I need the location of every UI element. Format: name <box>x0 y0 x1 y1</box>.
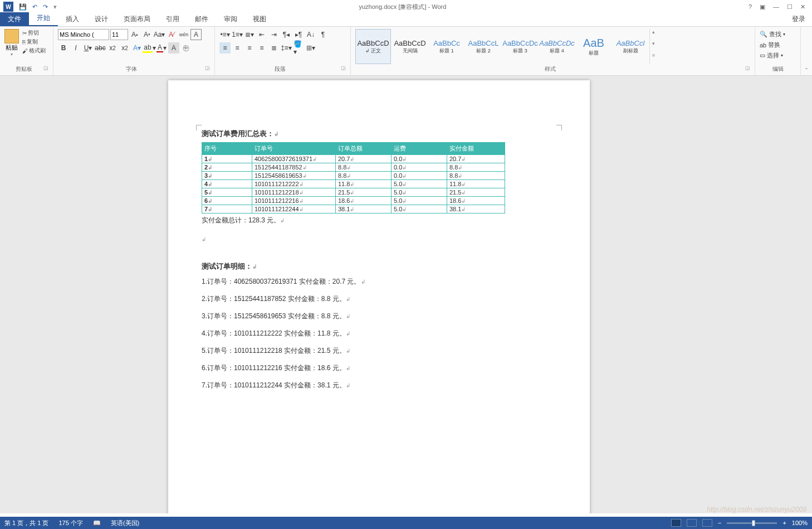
char-border-button[interactable]: A <box>190 29 202 40</box>
justify-button[interactable]: ≡ <box>256 42 267 54</box>
margin-mark <box>196 125 202 130</box>
strikethrough-button[interactable]: abc <box>95 42 106 54</box>
document-workspace[interactable]: 测试订单费用汇总表：↲ 序号 订单号 订单总额 运费 实付金额 1↲406258… <box>0 76 812 513</box>
tab-mailings[interactable]: 邮件 <box>187 12 216 26</box>
tab-design[interactable]: 设计 <box>87 12 116 26</box>
tab-layout[interactable]: 页面布局 <box>116 12 158 26</box>
sort-button[interactable]: A↓ <box>305 29 316 40</box>
rtl-button[interactable]: ▸¶ <box>293 29 304 40</box>
shrink-font-button[interactable]: A▾ <box>141 29 153 40</box>
table-row: 3↲15125458619653↲8.8↲0.0↲8.8↲ <box>202 172 505 180</box>
phonetic-button[interactable]: wén <box>178 29 189 40</box>
find-button[interactable]: 🔍查找▾ <box>760 29 796 40</box>
help-icon[interactable]: ? <box>749 3 752 11</box>
word-count[interactable]: 175 个字 <box>58 519 82 527</box>
style-item[interactable]: AaBbCcL标题 2 <box>466 29 501 64</box>
line-spacing-button[interactable]: ‡≡▾ <box>281 42 292 54</box>
spellcheck-icon[interactable]: 📖 <box>93 520 101 527</box>
window-controls: ? ▣ — ☐ ✕ <box>749 3 812 11</box>
zoom-level[interactable]: 100% <box>792 520 808 526</box>
style-item[interactable]: AaBbCcDc标题 3 <box>502 29 538 64</box>
borders-button[interactable]: ⊞▾ <box>305 42 316 54</box>
enclose-char-button[interactable]: ㊥ <box>180 42 192 54</box>
align-right-button[interactable]: ≡ <box>244 42 255 54</box>
dialog-launcher-icon[interactable]: ◲ <box>745 65 750 71</box>
paste-button[interactable]: 粘贴 ▾ <box>4 29 19 64</box>
distributed-button[interactable]: ≣ <box>268 42 280 54</box>
dialog-launcher-icon[interactable]: ◲ <box>205 65 210 71</box>
gallery-up-icon[interactable]: ▴ <box>650 29 657 41</box>
underline-button[interactable]: U▾ <box>82 42 94 54</box>
zoom-slider[interactable] <box>727 522 777 524</box>
italic-button[interactable]: I <box>70 42 81 54</box>
web-layout-view[interactable] <box>702 519 712 527</box>
table-row: 2↲15125441187852↲8.8↲0.0↲8.8↲ <box>202 163 505 172</box>
zoom-in-button[interactable]: + <box>782 520 786 526</box>
style-item[interactable]: AaBbCc标题 1 <box>429 29 464 64</box>
style-item[interactable]: AaB标题 <box>576 29 612 64</box>
print-layout-view[interactable] <box>671 519 681 527</box>
font-size-select[interactable] <box>110 29 128 40</box>
bullets-button[interactable]: •≡▾ <box>219 29 231 40</box>
tab-references[interactable]: 引用 <box>158 12 187 26</box>
decrease-indent-button[interactable]: ⇤ <box>256 29 267 40</box>
detail-line: 3.订单号：15125458619653 实付金额：8.8 元。↲ <box>202 312 556 321</box>
grow-font-button[interactable]: A▴ <box>129 29 140 40</box>
gallery-more-icon[interactable]: ≡ <box>650 52 657 64</box>
text-effects-button[interactable]: A▾ <box>131 42 143 54</box>
show-marks-button[interactable]: ¶ <box>317 29 329 40</box>
paste-icon <box>4 29 19 43</box>
copy-button[interactable]: ⎘复制 <box>22 38 46 46</box>
increase-indent-button[interactable]: ⇥ <box>268 29 280 40</box>
search-icon: 🔍 <box>760 31 767 38</box>
margin-mark <box>556 125 562 130</box>
save-icon[interactable]: 💾 <box>19 3 27 11</box>
highlight-button[interactable]: ab▾ <box>144 42 155 54</box>
subscript-button[interactable]: x2 <box>107 42 118 54</box>
style-item[interactable]: AaBbCcl副标题 <box>613 29 648 64</box>
select-button[interactable]: ▭选择▾ <box>760 50 796 61</box>
zoom-out-button[interactable]: − <box>718 520 721 526</box>
minimize-icon[interactable]: — <box>773 3 779 11</box>
shading-button[interactable]: 🪣▾ <box>293 42 304 54</box>
superscript-button[interactable]: x2 <box>119 42 130 54</box>
font-name-select[interactable] <box>58 29 109 40</box>
replace-button[interactable]: ab替换 <box>760 40 796 50</box>
bold-button[interactable]: B <box>58 42 69 54</box>
tab-file[interactable]: 文件 <box>0 12 29 26</box>
group-styles: AaBbCcD↲ 正文AaBbCcD无间隔AaBbCc标题 1AaBbCcL标题… <box>351 27 755 75</box>
change-case-button[interactable]: Aa▾ <box>154 29 165 40</box>
format-painter-button[interactable]: 🖌格式刷 <box>22 47 46 55</box>
style-item[interactable]: AaBbCcD↲ 正文 <box>355 29 391 64</box>
tab-insert[interactable]: 插入 <box>58 12 87 26</box>
dialog-launcher-icon[interactable]: ◲ <box>341 65 346 71</box>
undo-icon[interactable]: ↶ <box>32 3 37 11</box>
tab-view[interactable]: 视图 <box>245 12 274 26</box>
redo-icon[interactable]: ↷ <box>43 3 48 11</box>
clear-format-button[interactable]: A⁄ <box>166 29 177 40</box>
style-item[interactable]: AaBbCcD无间隔 <box>392 29 428 64</box>
style-item[interactable]: AaBbCcDc标题 4 <box>539 29 575 64</box>
align-center-button[interactable]: ≡ <box>232 42 243 54</box>
tab-review[interactable]: 审阅 <box>216 12 245 26</box>
page-content[interactable]: 测试订单费用汇总表：↲ 序号 订单号 订单总额 运费 实付金额 1↲406258… <box>168 80 590 409</box>
tab-home[interactable]: 开始 <box>29 11 58 26</box>
align-left-button[interactable]: ≡ <box>219 42 231 54</box>
dialog-launcher-icon[interactable]: ◲ <box>43 65 48 71</box>
collapse-ribbon-icon[interactable]: ˇ <box>801 27 812 75</box>
language-indicator[interactable]: 英语(美国) <box>111 519 139 527</box>
ltr-button[interactable]: ¶◂ <box>281 29 292 40</box>
read-mode-view[interactable] <box>687 519 697 527</box>
char-shading-button[interactable]: A <box>168 42 179 54</box>
maximize-icon[interactable]: ☐ <box>787 3 793 11</box>
ribbon-options-icon[interactable]: ▣ <box>760 3 765 11</box>
numbering-button[interactable]: 1≡▾ <box>232 29 243 40</box>
font-color-button[interactable]: A▾ <box>156 42 167 54</box>
cut-button[interactable]: ✂剪切 <box>22 29 46 37</box>
table-row: 1↲40625800372619371↲20.7↲0.0↲20.7↲ <box>202 155 505 163</box>
close-icon[interactable]: ✕ <box>800 3 805 11</box>
gallery-down-icon[interactable]: ▾ <box>650 41 657 52</box>
sign-in[interactable]: 登录 <box>785 12 812 26</box>
multilevel-button[interactable]: ≣▾ <box>244 29 255 40</box>
page-indicator[interactable]: 第 1 页，共 1 页 <box>4 519 48 527</box>
